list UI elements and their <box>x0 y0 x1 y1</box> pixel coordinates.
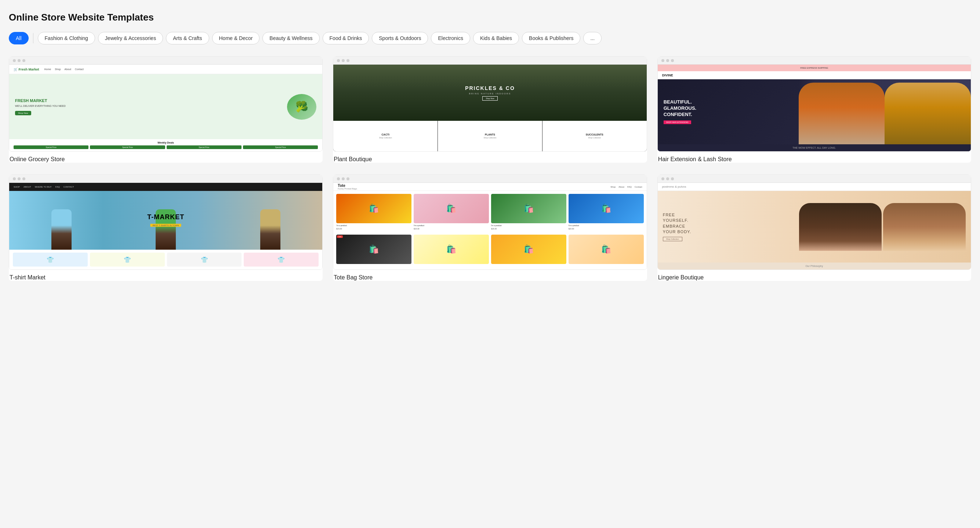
filter-sports[interactable]: Sports & Outdoors <box>372 32 428 45</box>
hair-hero-title: BEAUTIFUL.GLAMOROUS.CONFIDENT. <box>663 99 697 118</box>
tshirt-product-img-2: 👕 <box>90 253 165 266</box>
plant-hero-img: PRICKLES & CO BRING NATURE INDOORS Shop … <box>333 65 646 121</box>
plant-categories: CACTI Shop Collection PLANTS Shop Collec… <box>333 121 646 151</box>
tshirt-nav: SHOP ABOUT WHERE TO BUY FAQ CONTACT <box>9 183 322 191</box>
template-grid: 🛒 Fresh Market Home Shop About Contact F… <box>9 56 971 281</box>
tshirt-product-4: 👕 <box>244 253 318 266</box>
grocery-hero-img: 🥦 <box>287 94 317 120</box>
plant-cat-cacti: CACTI Shop Collection <box>333 121 438 151</box>
tote-nav-shop: Shop <box>610 186 616 188</box>
dot-red <box>337 177 340 180</box>
grocery-deals-title: Weekly Deals <box>14 141 318 144</box>
dot-green <box>347 177 349 180</box>
template-card-hair[interactable]: FREE EXPRESS SHIPPING DIVINE BEAUTIFUL.G… <box>657 56 971 163</box>
filter-more[interactable]: ... <box>583 32 601 45</box>
lingerie-model-1 <box>799 203 881 251</box>
filter-electronics[interactable]: Electronics <box>431 32 470 45</box>
dot-yellow <box>342 59 345 62</box>
filter-jewelry[interactable]: Jewelry & Accessories <box>98 32 163 45</box>
tote-product-6: 🛍️ <box>414 234 489 266</box>
grocery-deals: Weekly Deals Special Price Special Price… <box>9 139 322 151</box>
plant-shop-btn: Shop Now <box>482 96 497 100</box>
plant-hero-sub: BRING NATURE INDOORS <box>469 93 511 95</box>
grocery-deal-1: Special Price <box>14 145 89 149</box>
plant-cat-plants-link: Shop Collection <box>484 137 496 139</box>
tshirt-hero: T-MARKET BEST T-SHIRTS IN TOWN <box>9 191 322 250</box>
thumb-content-tote: Tote Funky Printed Bags Shop About FAQ C… <box>333 183 646 270</box>
lingerie-nav: postmmo & pulvos <box>658 183 971 191</box>
tote-product-name-1: I'm a product <box>336 224 412 227</box>
filter-kids[interactable]: Kids & Babies <box>473 32 519 45</box>
tote-product-img-1: 🛍️ <box>336 194 412 223</box>
lingerie-logo: postmmo & pulvos <box>662 185 686 188</box>
plant-cat-cacti-link: Shop Collection <box>379 137 392 139</box>
template-card-lingerie[interactable]: postmmo & pulvos FREEYOURSELF.EMBRACEYOU… <box>657 174 971 281</box>
tshirt-products: 👕 👕 👕 👕 <box>9 250 322 270</box>
tote-product-name-3: I'm a product <box>491 224 566 227</box>
browser-bar-tshirt <box>9 175 322 183</box>
tote-product-img-7: 🛍️ <box>491 234 566 264</box>
filter-food[interactable]: Food & Drinks <box>323 32 369 45</box>
tshirt-product-1: 👕 <box>13 253 88 266</box>
thumb-content-plant: PRICKLES & CO BRING NATURE INDOORS Shop … <box>333 65 646 151</box>
hair-hero: BEAUTIFUL.GLAMOROUS.CONFIDENT. SHOP HAIR… <box>658 79 971 144</box>
tshirt-model-body-blue <box>51 209 72 250</box>
browser-bar-lingerie <box>658 175 971 183</box>
tote-product-5: 🛍️ Sale <box>336 234 412 266</box>
dot-green <box>671 59 674 62</box>
filter-all[interactable]: All <box>9 32 29 45</box>
plant-hero-title: PRICKLES & CO <box>465 85 515 91</box>
template-card-plant[interactable]: PRICKLES & CO BRING NATURE INDOORS Shop … <box>333 56 647 163</box>
hair-logo: DIVINE <box>662 73 673 77</box>
plant-cat-plants-name: PLANTS <box>485 133 495 136</box>
template-label-lingerie: Lingerie Boutique <box>657 274 971 281</box>
plant-cat-succulents: SUCCULENTS Shop Collection <box>542 121 647 151</box>
filter-beauty[interactable]: Beauty & Wellness <box>262 32 319 45</box>
plant-cat-succulents-link: Shop Collection <box>588 137 601 139</box>
thumb-content-tshirt: SHOP ABOUT WHERE TO BUY FAQ CONTACT <box>9 183 322 270</box>
hair-shop-btn: SHOP HAIR EXTENSIONS <box>663 120 691 124</box>
sale-badge: Sale <box>337 235 343 238</box>
lingerie-models <box>799 203 966 251</box>
tshirt-hero-sub: BEST T-SHIRTS IN TOWN <box>151 224 181 227</box>
template-label-plant: Plant Boutique <box>333 156 647 163</box>
template-thumb-grocery: 🛒 Fresh Market Home Shop About Contact F… <box>9 56 323 152</box>
tote-product-2: 🛍️ I'm a product $15.00 <box>414 194 489 233</box>
filter-arts[interactable]: Arts & Crafts <box>166 32 209 45</box>
browser-bar-plant <box>333 57 646 65</box>
template-thumb-hair: FREE EXPRESS SHIPPING DIVINE BEAUTIFUL.G… <box>657 56 971 152</box>
tshirt-nav-shop: SHOP <box>14 186 20 188</box>
browser-bar <box>9 57 322 65</box>
dot-yellow <box>666 177 669 180</box>
template-card-tshirt[interactable]: SHOP ABOUT WHERE TO BUY FAQ CONTACT <box>9 174 323 281</box>
grocery-hero: FRESH MARKET WE'LL DELIVER EVERYTHING YO… <box>9 74 322 139</box>
lingerie-shop-btn: Shop Collection <box>663 237 682 241</box>
hair-models <box>799 79 971 144</box>
grocery-hero-text: FRESH MARKET WE'LL DELIVER EVERYTHING YO… <box>15 98 283 115</box>
tote-product-1: 🛍️ I'm a product $15.00 <box>336 194 412 233</box>
tote-nav-faq: FAQ <box>627 186 632 188</box>
grocery-nav-about: About <box>65 68 71 70</box>
lingerie-hero-text: FREEYOURSELF.EMBRACEYOUR BODY. Shop Coll… <box>663 212 796 242</box>
tshirt-model-body-tan <box>260 209 280 250</box>
dot-red <box>662 59 664 62</box>
filter-fashion[interactable]: Fashion & Clothing <box>38 32 95 45</box>
grocery-hero-sub: WE'LL DELIVER EVERYTHING YOU NEED <box>15 105 283 107</box>
tote-product-name-2: I'm a product <box>414 224 489 227</box>
tshirt-nav-contact: CONTACT <box>64 186 74 188</box>
plant-cat-plants: PLANTS Shop Collection <box>438 121 542 151</box>
template-thumb-tote: Tote Funky Printed Bags Shop About FAQ C… <box>333 174 647 270</box>
tote-product-img-6: 🛍️ <box>414 234 489 264</box>
tshirt-product-2: 👕 <box>90 253 165 266</box>
tote-nav-sub: Funky Printed Bags <box>338 188 357 190</box>
template-card-grocery[interactable]: 🛒 Fresh Market Home Shop About Contact F… <box>9 56 323 163</box>
template-label-hair: Hair Extension & Lash Store <box>657 156 971 163</box>
hair-promo-bar: FREE EXPRESS SHIPPING <box>658 65 971 71</box>
filter-home[interactable]: Home & Decor <box>212 32 260 45</box>
filter-books[interactable]: Books & Publishers <box>522 32 580 45</box>
browser-bar-hair <box>658 57 971 65</box>
tote-products-grid: 🛍️ I'm a product $15.00 🛍️ I'm a product… <box>333 191 646 270</box>
template-card-tote[interactable]: Tote Funky Printed Bags Shop About FAQ C… <box>333 174 647 281</box>
tote-nav-brand: Tote Funky Printed Bags <box>338 183 357 190</box>
grocery-deal-4: Special Price <box>243 145 318 149</box>
